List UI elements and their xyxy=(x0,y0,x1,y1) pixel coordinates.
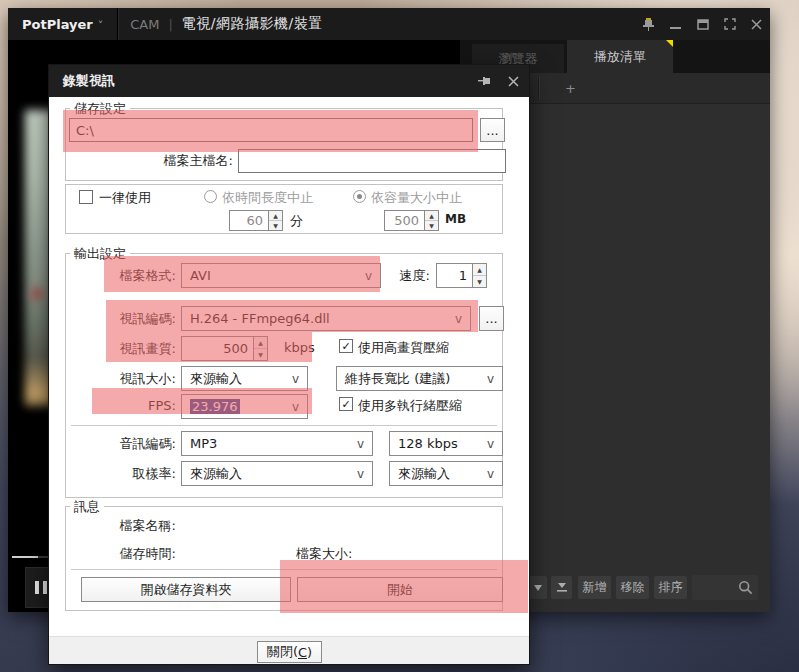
dialog-close-icon[interactable] xyxy=(501,71,525,91)
tab-playlist-label: 播放清單 xyxy=(594,48,646,66)
annotation-highlight-vcodec xyxy=(106,300,478,332)
seek-bar-progress xyxy=(12,556,38,558)
dialog-title: 錄製視訊 xyxy=(63,72,115,90)
acodec-label: 音訊編碼: xyxy=(86,435,176,453)
open-folder-button[interactable]: 開啟儲存資料夾 xyxy=(81,577,291,602)
info-label: 訊息 xyxy=(70,498,104,516)
playlist-menu-icon[interactable] xyxy=(528,576,547,599)
multithread-checkbox[interactable]: ✓ xyxy=(339,397,353,411)
speed-stepper[interactable]: ▲▼ xyxy=(473,263,487,288)
vcodec-config-button[interactable]: ... xyxy=(479,306,504,331)
playlist-import-icon[interactable] xyxy=(551,576,572,599)
player-titlebar: PotPlayer ˅ CAM | 電視/網路攝影機/裝置 xyxy=(8,8,770,40)
tab-playlist[interactable]: 播放清單 xyxy=(567,40,673,73)
multithread-label: 使用多執行緒壓縮 xyxy=(358,397,462,415)
sort-button[interactable]: 排序 xyxy=(654,576,687,599)
stop-by-size-label: 依容量大小中止 xyxy=(371,189,462,207)
source-label: CAM xyxy=(130,17,159,32)
pin-on-top-icon[interactable] xyxy=(635,13,662,35)
vsize-label: 視訊大小: xyxy=(86,370,176,388)
samplerate2-dropdown[interactable]: 來源輸入 v xyxy=(389,461,503,486)
annotation-highlight-vquality xyxy=(106,332,312,362)
annotation-highlight-start xyxy=(280,560,528,613)
close-label-prefix: 關閉( xyxy=(267,643,298,661)
stop-size-unit: MB xyxy=(445,212,466,226)
chevron-down-icon: ˅ xyxy=(98,19,104,32)
search-icon xyxy=(738,580,753,595)
dialog-titlebar: 錄製視訊 xyxy=(49,65,529,97)
always-use-checkbox[interactable]: ✓ xyxy=(79,190,93,204)
always-use-label: 一律使用 xyxy=(99,189,151,207)
annotation-highlight-fps xyxy=(92,388,312,414)
remove-button[interactable]: 移除 xyxy=(616,576,649,599)
samplerate-value: 來源輸入 xyxy=(190,465,242,483)
stop-time-unit: 分 xyxy=(290,212,303,230)
info-filename-label: 檔案名稱: xyxy=(76,517,176,535)
dialog-body: 儲存設定 C:\ ... 檔案主檔名: ✓ 一律使用 依時間長度中止 60 ▲▼… xyxy=(49,97,529,636)
abitrate-value: 128 kbps xyxy=(398,436,458,451)
aspect-value: 維持長寬比 (建議) xyxy=(345,370,450,388)
titlebar-divider xyxy=(117,8,118,40)
filename-label: 檔案主檔名: xyxy=(89,152,233,170)
filename-input[interactable] xyxy=(238,149,506,173)
dialog-footer: 關閉(C) xyxy=(49,636,529,664)
dock-pin-icon[interactable] xyxy=(473,71,497,91)
aspect-dropdown[interactable]: 維持長寬比 (建議) v xyxy=(336,366,503,391)
dropdown-arrow-icon: v xyxy=(357,437,364,451)
stop-size-stepper[interactable]: ▲▼ xyxy=(425,210,439,231)
dropdown-arrow-icon: v xyxy=(357,467,364,481)
info-savetime-label: 儲存時間: xyxy=(76,545,176,563)
screen: PotPlayer ˅ CAM | 電視/網路攝影機/裝置 xyxy=(0,0,799,672)
dropdown-arrow-icon: v xyxy=(487,467,494,481)
speed-label: 速度: xyxy=(390,267,430,285)
subtab-add[interactable]: + xyxy=(539,73,602,103)
minimize-button[interactable] xyxy=(662,13,689,35)
samplerate-label: 取樣率: xyxy=(86,465,176,483)
stop-time-value[interactable]: 60 xyxy=(229,210,269,231)
annotation-highlight-format xyxy=(104,256,380,292)
maximize-button[interactable] xyxy=(689,13,716,35)
stop-by-time-radio[interactable] xyxy=(204,190,217,203)
dropdown-arrow-icon: v xyxy=(487,437,494,451)
abitrate-dropdown[interactable]: 128 kbps v xyxy=(389,431,503,456)
annotation-highlight-save-path xyxy=(63,110,478,152)
speed-value[interactable]: 1 xyxy=(436,263,473,288)
samplerate2-value: 來源輸入 xyxy=(398,465,450,483)
app-menu-button[interactable]: PotPlayer xyxy=(22,17,93,32)
vsize-value: 來源輸入 xyxy=(190,370,242,388)
close-dialog-button[interactable]: 關閉(C) xyxy=(257,641,322,663)
stop-by-size-radio[interactable] xyxy=(353,190,366,203)
acodec-value: MP3 xyxy=(190,436,217,451)
stop-by-time-label: 依時間長度中止 xyxy=(222,189,313,207)
fullscreen-button[interactable] xyxy=(716,13,743,35)
video-preview-detail xyxy=(32,288,42,300)
tab-corner-marker xyxy=(666,40,673,47)
samplerate-dropdown[interactable]: 來源輸入 v xyxy=(181,461,373,486)
titlebar-pipe: | xyxy=(168,17,172,32)
acodec-dropdown[interactable]: MP3 v xyxy=(181,431,373,456)
browse-path-button[interactable]: ... xyxy=(480,118,505,142)
dropdown-arrow-icon: v xyxy=(292,372,299,386)
close-label-key: C xyxy=(298,645,307,660)
output-separator xyxy=(71,425,497,426)
search-input[interactable] xyxy=(692,575,758,600)
stop-time-stepper[interactable]: ▲▼ xyxy=(269,210,283,231)
stop-size-value[interactable]: 500 xyxy=(384,210,425,231)
hq-compress-label: 使用高畫質壓縮 xyxy=(358,339,449,357)
dropdown-arrow-icon: v xyxy=(487,372,494,386)
close-button[interactable] xyxy=(743,13,770,35)
hq-compress-checkbox[interactable]: ✓ xyxy=(339,339,353,353)
add-button[interactable]: 新增 xyxy=(578,576,611,599)
window-title: 電視/網路攝影機/裝置 xyxy=(182,15,323,33)
close-label-suffix: ) xyxy=(307,645,312,660)
